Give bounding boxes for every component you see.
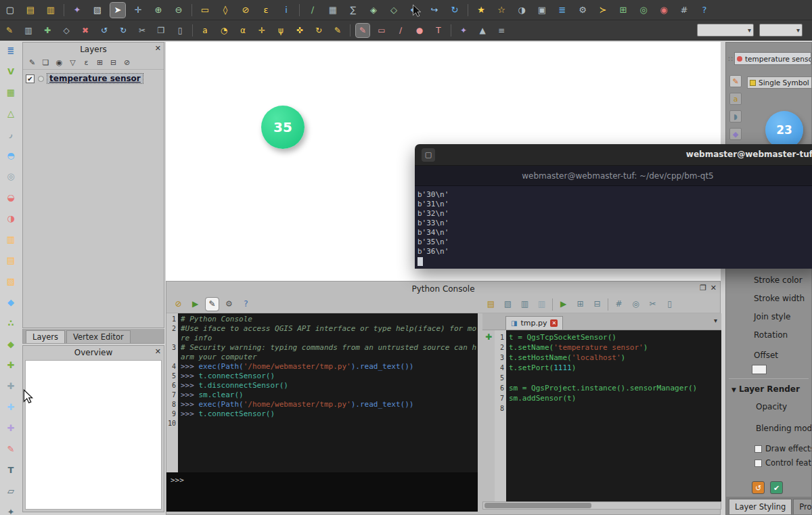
console-help-icon[interactable]: ? (240, 298, 252, 311)
help-contents-icon[interactable]: ? (697, 3, 712, 18)
object-inspector-icon[interactable]: # (612, 298, 625, 311)
move-label-icon[interactable]: ✜ (293, 24, 307, 37)
select-by-expression-icon[interactable]: ε (258, 3, 273, 18)
terminal-titlebar[interactable]: ▢ webmaster@webmaster-tuf (415, 144, 812, 166)
layer-labeling-icon[interactable]: a (198, 24, 212, 37)
new-map-view-icon[interactable]: ▣ (535, 3, 549, 18)
save-script-as-icon[interactable]: ▥ (535, 298, 548, 311)
paste-icon[interactable]: ▯ (663, 298, 676, 311)
annotation-marker-icon[interactable]: ● (413, 24, 426, 37)
project-open-icon[interactable]: ▤ (23, 3, 38, 18)
add-mssql-layer-icon[interactable]: ◒ (3, 190, 18, 205)
add-point-feature-icon[interactable]: ✚ (41, 24, 54, 37)
show-bookmarks-icon[interactable]: ☆ (494, 3, 509, 18)
change-label-icon[interactable]: ✎ (331, 24, 344, 37)
find-text-icon[interactable]: ◎ (629, 298, 642, 311)
python-console-icon[interactable]: ≻ (595, 3, 610, 18)
tab-list-dropdown-icon[interactable]: ▾ (714, 317, 717, 324)
refresh-map-icon[interactable]: ↻ (447, 3, 462, 18)
units-combo[interactable]: ▾ (759, 24, 803, 37)
highlight-pinned-labels-icon[interactable]: α (236, 24, 250, 37)
identify-features-icon[interactable]: i (279, 3, 294, 18)
delete-selected-icon[interactable]: ✖ (78, 24, 92, 37)
processing-toolbox-icon[interactable]: ⚙ (575, 3, 590, 18)
tab-vertex-editor[interactable]: Vertex Editor (66, 330, 131, 343)
run-script-icon[interactable]: ▶ (557, 298, 570, 311)
filter-by-expression-icon[interactable]: ε (81, 58, 91, 68)
annotation-line-icon[interactable]: ∕ (394, 24, 407, 37)
annotation-polygon-icon[interactable]: ▭ (375, 24, 388, 37)
editor-tab-tmp-py[interactable]: ◨ tmp.py ✕ (505, 316, 563, 330)
tab-layers[interactable]: Layers (26, 330, 65, 343)
pan-to-selection-icon[interactable]: ✛ (131, 3, 145, 18)
layer-item[interactable]: ✔ temperature sensor (26, 74, 161, 83)
editor-hscrollbar[interactable] (482, 501, 721, 510)
add-delimited-text-layer-icon[interactable]: ٫ (3, 127, 18, 142)
open-attribute-table-icon[interactable]: ▦ (325, 3, 340, 18)
layer-checkbox[interactable]: ✔ (26, 74, 35, 83)
style-dock-toggle-icon[interactable]: ✎ (3, 442, 18, 457)
comment-code-icon[interactable]: ⊞ (574, 298, 587, 311)
zoom-in-icon[interactable]: ⊕ (151, 3, 166, 18)
style-manager-icon[interactable]: ✦ (70, 3, 85, 18)
new-temporary-scratch-layer-icon[interactable]: ✚ (3, 400, 18, 415)
vertex-tool-icon[interactable]: ◇ (60, 24, 73, 37)
add-virtual-layer-icon[interactable]: ∴ (3, 316, 18, 331)
osm-place-search-icon[interactable]: ◎ (636, 3, 651, 18)
manage-map-themes-icon[interactable]: ◉ (54, 58, 64, 68)
add-wms-layer-icon[interactable]: ▥ (3, 232, 18, 247)
new-spatial-bookmark-icon[interactable]: ★ (474, 3, 489, 18)
layer-rendering-section[interactable]: ▼Layer Render (726, 382, 811, 396)
north-arrow-icon[interactable]: ▲ (476, 24, 489, 37)
tab-processing[interactable]: Proc (793, 499, 812, 514)
add-mesh-layer-icon[interactable]: △ (3, 106, 18, 121)
offset-input[interactable] (752, 365, 767, 374)
georeferencer-icon[interactable]: ⊞ (616, 3, 631, 18)
metasearch-icon[interactable]: ◉ (656, 3, 671, 18)
draw-effects-checkbox[interactable] (754, 445, 762, 453)
styling-layer-combo[interactable]: temperature sensor (734, 52, 811, 65)
new-virtual-layer-icon[interactable]: ✚ (3, 421, 18, 436)
open-in-external-editor-icon[interactable]: ▧ (501, 298, 514, 311)
add-vector-layer-icon[interactable]: V (3, 64, 18, 79)
new-editor-tab-icon[interactable]: ✚ (484, 332, 493, 342)
cut-features-icon[interactable]: ✂ (135, 24, 149, 37)
new-geopackage-layer-icon[interactable]: ◆ (3, 337, 18, 352)
close-icon[interactable]: ✕ (155, 347, 161, 356)
zoom-full-icon[interactable]: ◈ (366, 3, 381, 18)
terminal-output[interactable]: b'30\n'b'31\n'b'32\n'b'33\n'b'34\n'b'35\… (415, 186, 812, 269)
deselect-features-icon[interactable]: ⊘ (238, 3, 253, 18)
measure-line-icon[interactable]: ∕ (305, 3, 320, 18)
zoom-out-icon[interactable]: ⊖ (171, 3, 186, 18)
data-source-manager-icon[interactable]: ≣ (555, 3, 570, 18)
labels-tab-icon[interactable]: a (729, 93, 742, 105)
text-annotation-icon[interactable]: T (3, 463, 18, 478)
layer-name[interactable]: temperature sensor (47, 74, 143, 83)
select-by-polygon-icon[interactable]: ◊ (218, 3, 233, 18)
symbol-preview[interactable]: 23 (765, 111, 803, 149)
svg-annotation-icon[interactable]: ✦ (3, 505, 18, 515)
scale-bar-icon[interactable]: ≡ (495, 24, 508, 37)
uncomment-code-icon[interactable]: ⊟ (591, 298, 604, 311)
new-annotation-icon[interactable]: ✎ (356, 24, 369, 37)
live-update-button[interactable]: ↺ (752, 481, 765, 494)
open-script-icon[interactable]: ▤ (484, 298, 497, 311)
clear-console-icon[interactable]: ⊘ (172, 298, 185, 311)
pan-map-icon[interactable]: ➤ (110, 3, 125, 18)
symbology-tab-icon[interactable]: ✎ (729, 75, 742, 87)
terminal-window[interactable]: ▢ webmaster@webmaster-tuf webmaster@webm… (415, 144, 812, 269)
text-size-combo[interactable]: ▾ (697, 24, 754, 37)
open-layer-styling-icon[interactable]: ✎ (27, 58, 37, 68)
close-tab-icon[interactable]: ✕ (550, 319, 558, 327)
console-options-icon[interactable]: ⚙ (223, 298, 235, 311)
add-postgis-layer-icon[interactable]: ◓ (3, 148, 18, 163)
show-editor-icon[interactable]: ✎ (206, 298, 219, 311)
decorations-icon[interactable]: ✦ (457, 24, 470, 37)
close-icon[interactable]: ✕ (710, 284, 717, 292)
project-save-icon[interactable]: ▥ (43, 3, 58, 18)
rotate-label-icon[interactable]: ↻ (312, 24, 325, 37)
panel-drag-handle[interactable]: ∷ (728, 55, 733, 64)
cut-icon[interactable]: ✂ (646, 298, 659, 311)
terminal-tabbar[interactable]: webmaster@webmaster-tuf: ~/dev/cpp/bm-qt… (415, 166, 812, 186)
mask-tab-icon[interactable]: ◗ (729, 110, 742, 122)
